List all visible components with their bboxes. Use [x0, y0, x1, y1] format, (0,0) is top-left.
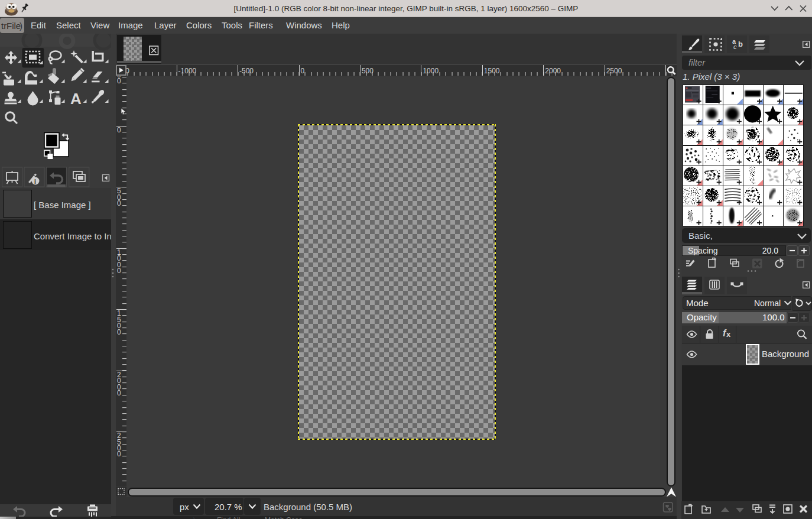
svg-text:i: i	[34, 179, 36, 185]
svg-text:b: b	[738, 40, 743, 48]
svg-text:A: A	[70, 90, 82, 108]
svg-text:c: c	[733, 43, 737, 50]
